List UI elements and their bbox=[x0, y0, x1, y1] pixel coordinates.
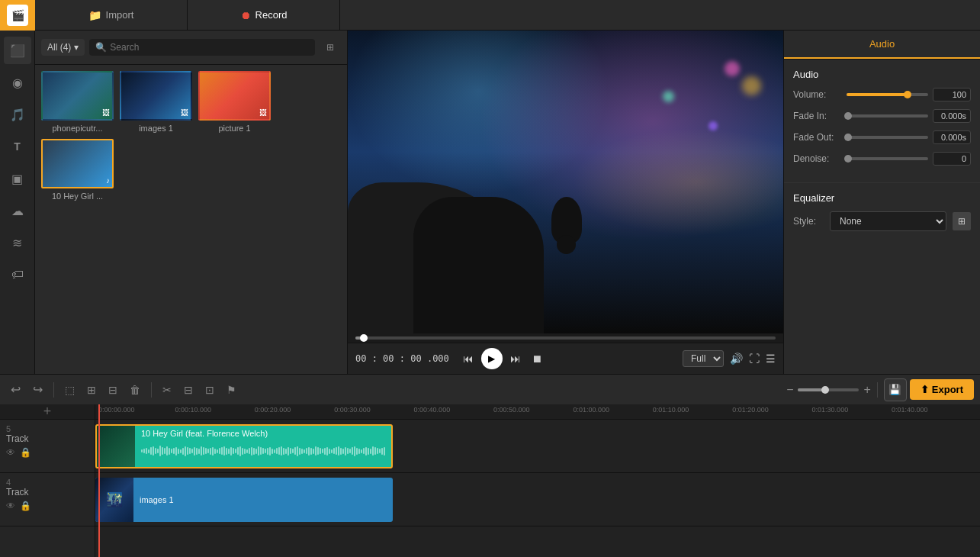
zoom-in-button[interactable]: + bbox=[863, 383, 870, 397]
grid-view-button[interactable]: ⊞ bbox=[320, 37, 341, 58]
preview-video bbox=[348, 31, 783, 333]
track-label-5: 5 Track 👁 🔒 bbox=[0, 420, 95, 473]
export-button[interactable]: ⬆ Export bbox=[910, 379, 974, 400]
media-filter-dropdown[interactable]: All (4) ▾ bbox=[41, 39, 85, 56]
fullscreen-button[interactable]: ⛶ bbox=[749, 353, 760, 365]
search-icon: 🔍 bbox=[95, 42, 107, 53]
search-input[interactable] bbox=[110, 42, 309, 53]
tab-audio[interactable]: Audio bbox=[784, 31, 980, 59]
sidebar-icon-effects[interactable]: ◉ bbox=[4, 69, 31, 96]
image-icon-3: 🖼 bbox=[259, 108, 267, 117]
volume-slider[interactable] bbox=[847, 93, 928, 96]
quality-select[interactable]: Full bbox=[683, 350, 724, 367]
settings-button[interactable]: ☰ bbox=[766, 353, 776, 365]
sidebar-icon-media[interactable]: ⬛ bbox=[4, 37, 31, 64]
media-thumb-2: 🖼 bbox=[120, 71, 192, 121]
add-track-button[interactable]: ⊟ bbox=[104, 382, 122, 398]
export-icon: ⬆ bbox=[921, 384, 929, 395]
sidebar-icon-filters[interactable]: ≋ bbox=[4, 229, 31, 256]
skip-forward-button[interactable]: ⏭ bbox=[507, 349, 524, 368]
timeline-tracks-area: 0:00:00.000 0:00:10.000 0:00:20.000 0:00… bbox=[95, 404, 980, 557]
denoise-slider[interactable] bbox=[847, 157, 928, 160]
play-button[interactable]: ▶ bbox=[481, 348, 503, 369]
image-icon-1: 🖼 bbox=[102, 108, 110, 117]
redo-button[interactable]: ↪ bbox=[28, 381, 47, 398]
split-button[interactable]: ⊟ bbox=[179, 382, 198, 398]
marker-button[interactable]: ⚑ bbox=[222, 382, 241, 398]
search-box: 🔍 bbox=[89, 39, 315, 56]
media-toolbar: All (4) ▾ 🔍 ⊞ bbox=[35, 31, 347, 65]
save-project-button[interactable]: 💾 bbox=[884, 378, 907, 401]
media-item-1[interactable]: 🖼 phonepicutr... bbox=[41, 71, 114, 133]
track-4-lock-button[interactable]: 🔒 bbox=[20, 501, 31, 511]
add-track-area: + bbox=[0, 404, 95, 420]
stop-button[interactable]: ⏹ bbox=[529, 349, 545, 368]
audio-settings: Audio Volume: 100 Fade In: bbox=[784, 60, 980, 182]
style-select[interactable]: None Classic Pop Rock Jazz bbox=[830, 211, 946, 231]
media-label-3: picture 1 bbox=[198, 124, 271, 133]
add-media-button[interactable]: ⊞ bbox=[82, 382, 101, 398]
fade-out-label: Fade Out: bbox=[793, 132, 847, 143]
volume-button[interactable]: 🔊 bbox=[730, 353, 743, 365]
fade-in-row: Fade In: 0.000s bbox=[793, 109, 971, 123]
time-display: 00 : 00 : 00 .000 bbox=[355, 353, 449, 364]
section-audio-title: Audio bbox=[793, 69, 971, 80]
add-track-plus-button[interactable]: + bbox=[43, 404, 52, 420]
timeline: + 5 Track 👁 🔒 4 Track 👁 🔒 0:00:00.000 bbox=[0, 404, 980, 557]
delete-button[interactable]: 🗑 bbox=[125, 382, 145, 398]
tab-import[interactable]: 📁 Import bbox=[35, 0, 188, 30]
fade-out-row: Fade Out: 0.000s bbox=[793, 130, 971, 144]
select-tool-button[interactable]: ⬚ bbox=[60, 382, 79, 398]
timeline-ruler: 0:00:00.000 0:00:10.000 0:00:20.000 0:00… bbox=[95, 404, 980, 420]
video-clip-4[interactable]: 🌃 images 1 bbox=[95, 478, 393, 522]
left-sidebar: ⬛ ◉ 🎵 T ▣ ☁ ≋ 🏷 bbox=[0, 31, 35, 374]
crop-button[interactable]: ⊡ bbox=[201, 382, 219, 398]
equalizer-advanced-button[interactable]: ⊞ bbox=[953, 212, 971, 230]
app-logo: 🎬 bbox=[0, 0, 35, 31]
sidebar-icon-stickers[interactable]: ☁ bbox=[4, 197, 31, 224]
preview-progress-bar[interactable] bbox=[348, 333, 783, 343]
zoom-slider[interactable] bbox=[798, 388, 859, 391]
track-4-name: Track bbox=[6, 487, 88, 497]
preview-panel: 00 : 00 : 00 .000 ⏮ ▶ ⏭ ⏹ Full 🔊 ⛶ ☰ bbox=[348, 31, 783, 374]
track-labels-panel: + 5 Track 👁 🔒 4 Track 👁 🔒 bbox=[0, 404, 95, 557]
media-item-3[interactable]: 🖼 picture 1 bbox=[198, 71, 271, 133]
media-thumb-3: 🖼 bbox=[198, 71, 271, 121]
skip-back-button[interactable]: ⏮ bbox=[460, 349, 477, 368]
fade-out-slider[interactable] bbox=[847, 136, 928, 139]
cut-button[interactable]: ✂ bbox=[158, 382, 176, 398]
equalizer-section: Equalizer Style: None Classic Pop Rock J… bbox=[784, 182, 980, 240]
media-thumb-1: 🖼 bbox=[41, 71, 114, 121]
track-5-lock-button[interactable]: 🔒 bbox=[20, 447, 31, 458]
fade-in-label: Fade In: bbox=[793, 111, 847, 121]
media-item-2[interactable]: 🖼 images 1 bbox=[120, 71, 192, 133]
style-label: Style: bbox=[793, 216, 824, 227]
import-icon: 📁 bbox=[88, 9, 101, 21]
undo-button[interactable]: ↩ bbox=[6, 381, 25, 398]
fade-in-slider[interactable] bbox=[847, 114, 928, 118]
track-row-4: 🌃 images 1 bbox=[95, 473, 980, 526]
audio-clip-5[interactable]: 10 Hey Girl (feat. Florence Welch) (func… bbox=[95, 424, 393, 468]
media-panel: All (4) ▾ 🔍 ⊞ 🖼 phonepicutr... 🖼 images … bbox=[35, 31, 348, 374]
track-5-eye-button[interactable]: 👁 bbox=[6, 447, 15, 458]
sidebar-icon-text[interactable]: T bbox=[4, 133, 31, 160]
tab-record[interactable]: ⏺ Record bbox=[188, 0, 340, 30]
track-4-eye-button[interactable]: 👁 bbox=[6, 501, 15, 511]
media-label-1: phonepicutr... bbox=[41, 124, 114, 133]
fade-out-value: 0.000s bbox=[933, 130, 971, 144]
volume-row: Volume: 100 bbox=[793, 88, 971, 101]
sidebar-icon-stamps[interactable]: 🏷 bbox=[4, 261, 31, 288]
equalizer-title: Equalizer bbox=[793, 192, 971, 204]
denoise-label: Denoise: bbox=[793, 153, 847, 164]
sidebar-icon-transitions[interactable]: ▣ bbox=[4, 165, 31, 192]
track-5-name: Track bbox=[6, 433, 88, 444]
video-clip-4-title: images 1 bbox=[140, 495, 174, 504]
track-row-5: 10 Hey Girl (feat. Florence Welch) (func… bbox=[95, 420, 980, 473]
sidebar-icon-audio[interactable]: 🎵 bbox=[4, 101, 31, 128]
zoom-out-button[interactable]: − bbox=[786, 383, 793, 397]
media-item-4[interactable]: ♪ 10 Hey Girl ... bbox=[41, 139, 114, 201]
track-4-number: 4 bbox=[6, 478, 88, 487]
fade-in-value: 0.000s bbox=[933, 109, 971, 123]
track-label-4: 4 Track 👁 🔒 bbox=[0, 473, 95, 526]
right-panel: Audio Audio Volume: 100 Fade In: bbox=[783, 31, 980, 374]
